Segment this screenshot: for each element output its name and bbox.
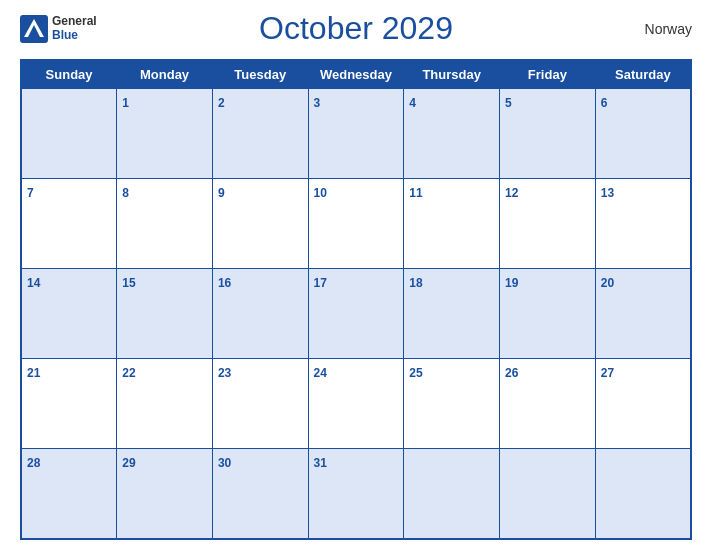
weekday-wednesday: Wednesday (308, 60, 404, 89)
day-cell-24: 24 (308, 359, 404, 449)
day-number-11: 11 (409, 186, 422, 200)
day-number-5: 5 (505, 96, 512, 110)
day-number-25: 25 (409, 366, 422, 380)
day-number-20: 20 (601, 276, 614, 290)
day-cell-15: 15 (117, 269, 213, 359)
day-number-22: 22 (122, 366, 135, 380)
day-number-15: 15 (122, 276, 135, 290)
day-number-9: 9 (218, 186, 225, 200)
logo: General Blue (20, 15, 97, 43)
day-number-21: 21 (27, 366, 40, 380)
logo-blue-text: Blue (52, 29, 97, 42)
logo-text: General Blue (52, 15, 97, 41)
day-cell-2: 2 (212, 89, 308, 179)
day-cell-20: 20 (595, 269, 691, 359)
week-row-3: 14151617181920 (21, 269, 691, 359)
day-number-17: 17 (314, 276, 327, 290)
weekday-friday: Friday (500, 60, 596, 89)
empty-day-cell (404, 449, 500, 539)
day-cell-7: 7 (21, 179, 117, 269)
empty-day-cell (500, 449, 596, 539)
day-cell-30: 30 (212, 449, 308, 539)
day-cell-14: 14 (21, 269, 117, 359)
day-cell-17: 17 (308, 269, 404, 359)
day-number-3: 3 (314, 96, 321, 110)
country-label: Norway (645, 21, 692, 37)
day-cell-25: 25 (404, 359, 500, 449)
day-number-31: 31 (314, 456, 327, 470)
day-cell-6: 6 (595, 89, 691, 179)
day-cell-26: 26 (500, 359, 596, 449)
day-cell-13: 13 (595, 179, 691, 269)
day-cell-4: 4 (404, 89, 500, 179)
calendar-header: General Blue October 2029 Norway (20, 10, 692, 47)
day-cell-3: 3 (308, 89, 404, 179)
day-cell-11: 11 (404, 179, 500, 269)
day-cell-19: 19 (500, 269, 596, 359)
day-cell-12: 12 (500, 179, 596, 269)
day-number-18: 18 (409, 276, 422, 290)
day-cell-23: 23 (212, 359, 308, 449)
day-cell-22: 22 (117, 359, 213, 449)
day-cell-8: 8 (117, 179, 213, 269)
day-number-27: 27 (601, 366, 614, 380)
day-cell-21: 21 (21, 359, 117, 449)
day-cell-27: 27 (595, 359, 691, 449)
week-row-5: 28293031 (21, 449, 691, 539)
day-number-6: 6 (601, 96, 608, 110)
day-cell-1: 1 (117, 89, 213, 179)
week-row-1: 123456 (21, 89, 691, 179)
empty-day-cell (21, 89, 117, 179)
day-number-24: 24 (314, 366, 327, 380)
day-number-13: 13 (601, 186, 614, 200)
day-number-16: 16 (218, 276, 231, 290)
day-number-14: 14 (27, 276, 40, 290)
weekday-saturday: Saturday (595, 60, 691, 89)
day-number-26: 26 (505, 366, 518, 380)
day-cell-18: 18 (404, 269, 500, 359)
day-cell-10: 10 (308, 179, 404, 269)
empty-day-cell (595, 449, 691, 539)
day-number-28: 28 (27, 456, 40, 470)
day-number-29: 29 (122, 456, 135, 470)
day-cell-5: 5 (500, 89, 596, 179)
week-row-2: 78910111213 (21, 179, 691, 269)
day-cell-31: 31 (308, 449, 404, 539)
day-number-19: 19 (505, 276, 518, 290)
weekday-thursday: Thursday (404, 60, 500, 89)
weekday-monday: Monday (117, 60, 213, 89)
day-number-23: 23 (218, 366, 231, 380)
month-title: October 2029 (259, 10, 453, 47)
logo-icon (20, 15, 48, 43)
day-number-10: 10 (314, 186, 327, 200)
day-number-1: 1 (122, 96, 129, 110)
weekday-sunday: Sunday (21, 60, 117, 89)
day-cell-29: 29 (117, 449, 213, 539)
weekday-header-row: SundayMondayTuesdayWednesdayThursdayFrid… (21, 60, 691, 89)
day-cell-28: 28 (21, 449, 117, 539)
day-number-2: 2 (218, 96, 225, 110)
day-number-12: 12 (505, 186, 518, 200)
day-number-8: 8 (122, 186, 129, 200)
day-number-4: 4 (409, 96, 416, 110)
day-number-30: 30 (218, 456, 231, 470)
logo-general-text: General (52, 15, 97, 28)
day-cell-9: 9 (212, 179, 308, 269)
calendar-table: SundayMondayTuesdayWednesdayThursdayFrid… (20, 59, 692, 540)
weekday-tuesday: Tuesday (212, 60, 308, 89)
day-number-7: 7 (27, 186, 34, 200)
week-row-4: 21222324252627 (21, 359, 691, 449)
day-cell-16: 16 (212, 269, 308, 359)
